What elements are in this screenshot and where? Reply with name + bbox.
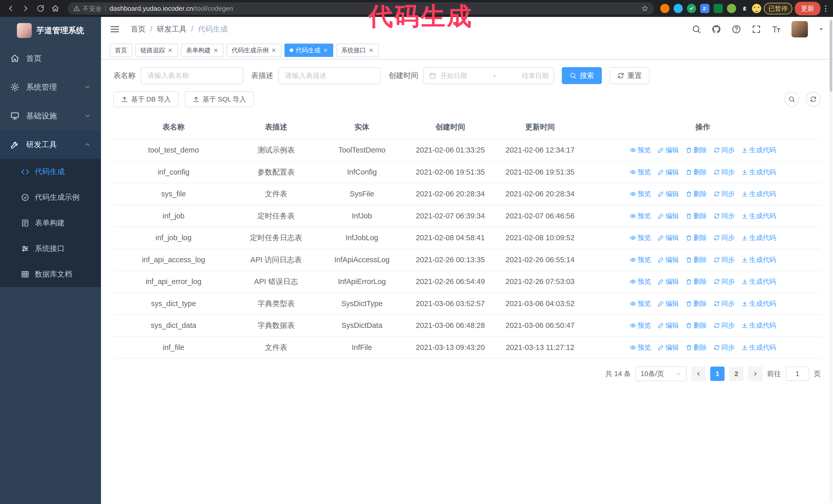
action-edit-link[interactable]: 编辑 — [658, 255, 679, 265]
sidebar-item-home[interactable]: 首页 — [0, 44, 101, 73]
font-size-icon[interactable] — [771, 24, 781, 34]
action-preview-link[interactable]: 预览 — [630, 277, 651, 287]
tab-tracing[interactable]: 链路追踪 — [135, 44, 178, 57]
sidebar-item-infra[interactable]: 基础设施 — [0, 101, 101, 130]
table-desc-input[interactable] — [278, 67, 381, 84]
sidebar-item-devtools[interactable]: 研发工具 — [0, 130, 101, 159]
action-delete-link[interactable]: 删除 — [686, 211, 707, 221]
action-preview-link[interactable]: 预览 — [630, 189, 651, 199]
date-end-placeholder[interactable]: 结束日期 — [522, 71, 548, 80]
action-sync-link[interactable]: 同步 — [714, 277, 735, 287]
hamburger-icon[interactable] — [110, 24, 120, 34]
action-sync-link[interactable]: 同步 — [714, 211, 735, 221]
action-generate-link[interactable]: 生成代码 — [741, 189, 776, 199]
action-sync-link[interactable]: 同步 — [714, 233, 735, 243]
action-generate-link[interactable]: 生成代码 — [741, 277, 776, 287]
action-edit-link[interactable]: 编辑 — [658, 277, 679, 287]
prev-page-button[interactable] — [691, 367, 706, 381]
bookmark-star-icon[interactable] — [641, 5, 648, 12]
reset-button[interactable]: 重置 — [610, 67, 649, 84]
action-generate-link[interactable]: 生成代码 — [741, 255, 776, 265]
import-sql-button[interactable]: 基于 SQL 导入 — [185, 91, 254, 107]
tab-home[interactable]: 首页 — [110, 44, 132, 57]
search-button[interactable]: 搜索 — [562, 67, 602, 84]
sidebar-subitem-db-doc[interactable]: 数据库文档 — [0, 262, 101, 287]
action-delete-link[interactable]: 删除 — [686, 167, 707, 177]
action-generate-link[interactable]: 生成代码 — [741, 145, 776, 155]
avatar-caret-icon[interactable] — [818, 26, 824, 32]
tab-codegen[interactable]: 代码生成 — [285, 44, 333, 57]
app-logo[interactable]: 芋道管理系统 — [0, 17, 101, 44]
goto-page-input[interactable] — [786, 367, 809, 381]
browser-forward-button[interactable] — [20, 2, 32, 15]
page-button-2[interactable]: 2 — [729, 367, 743, 381]
action-edit-link[interactable]: 编辑 — [658, 233, 679, 243]
action-preview-link[interactable]: 预览 — [630, 211, 651, 221]
breadcrumb-item-home[interactable]: 首页 — [131, 24, 152, 34]
action-edit-link[interactable]: 编辑 — [658, 299, 679, 309]
action-sync-link[interactable]: 同步 — [714, 342, 735, 353]
action-generate-link[interactable]: 生成代码 — [741, 211, 776, 221]
action-preview-link[interactable]: 预览 — [630, 233, 651, 243]
next-page-button[interactable] — [748, 367, 763, 381]
extension-icon-6[interactable] — [727, 4, 736, 13]
action-preview-link[interactable]: 预览 — [630, 299, 651, 309]
browser-reload-button[interactable] — [34, 2, 47, 15]
action-preview-link[interactable]: 预览 — [630, 145, 651, 155]
browser-back-button[interactable] — [5, 2, 17, 15]
tab-api[interactable]: 系统接口 — [336, 44, 379, 57]
browser-menu-icon[interactable] — [823, 5, 828, 12]
refresh-table-button[interactable] — [806, 92, 821, 106]
import-db-button[interactable]: 基于 DB 导入 — [113, 91, 178, 107]
tab-codegen-example[interactable]: 代码生成示例 — [227, 44, 281, 57]
sidebar-subitem-api[interactable]: 系统接口 — [0, 236, 101, 262]
profile-chip[interactable]: 已暂停 — [752, 3, 792, 14]
action-sync-link[interactable]: 同步 — [714, 167, 735, 177]
action-sync-link[interactable]: 同步 — [714, 255, 735, 265]
user-avatar[interactable] — [791, 21, 808, 38]
action-generate-link[interactable]: 生成代码 — [741, 167, 776, 177]
browser-home-button[interactable] — [49, 2, 62, 15]
extension-icon-4[interactable] — [700, 4, 710, 13]
action-preview-link[interactable]: 预览 — [630, 167, 651, 177]
action-delete-link[interactable]: 删除 — [686, 145, 707, 155]
tab-form-builder[interactable]: 表单构建 — [181, 44, 223, 57]
action-delete-link[interactable]: 删除 — [686, 342, 707, 353]
github-icon[interactable] — [712, 24, 721, 34]
action-sync-link[interactable]: 同步 — [714, 299, 735, 309]
action-edit-link[interactable]: 编辑 — [658, 145, 679, 155]
sidebar-subitem-codegen-example[interactable]: 代码生成示例 — [0, 185, 101, 210]
update-button[interactable]: 更新 — [795, 2, 820, 16]
action-preview-link[interactable]: 预览 — [630, 342, 651, 353]
table-name-input[interactable] — [141, 67, 243, 84]
action-preview-link[interactable]: 预览 — [630, 320, 651, 331]
security-chip[interactable]: 不安全 — [73, 4, 102, 13]
action-edit-link[interactable]: 编辑 — [658, 189, 679, 199]
page-size-select[interactable]: 10条/页 — [635, 366, 687, 381]
scrollbar-thumb[interactable] — [830, 20, 832, 92]
action-generate-link[interactable]: 生成代码 — [741, 233, 776, 243]
sidebar-item-system[interactable]: 系统管理 — [0, 73, 101, 101]
extension-icon-5[interactable] — [714, 4, 723, 13]
date-start-placeholder[interactable]: 开始日期 — [441, 71, 467, 80]
breadcrumb-item-devtools[interactable]: 研发工具 — [157, 24, 193, 34]
action-delete-link[interactable]: 删除 — [686, 299, 707, 309]
action-preview-link[interactable]: 预览 — [630, 255, 651, 265]
action-delete-link[interactable]: 删除 — [686, 277, 707, 287]
action-delete-link[interactable]: 删除 — [686, 320, 707, 331]
close-icon[interactable] — [168, 48, 173, 53]
date-range-input[interactable]: 开始日期 - 结束日期 — [423, 67, 554, 84]
action-delete-link[interactable]: 删除 — [686, 255, 707, 265]
action-generate-link[interactable]: 生成代码 — [741, 320, 776, 331]
action-generate-link[interactable]: 生成代码 — [741, 299, 776, 309]
fullscreen-icon[interactable] — [752, 24, 761, 34]
action-delete-link[interactable]: 删除 — [686, 189, 707, 199]
sidebar-subitem-codegen[interactable]: 代码生成 — [0, 159, 101, 185]
action-sync-link[interactable]: 同步 — [714, 145, 735, 155]
close-icon[interactable] — [368, 48, 374, 53]
close-icon[interactable] — [323, 48, 328, 53]
action-delete-link[interactable]: 删除 — [686, 233, 707, 243]
toggle-search-button[interactable] — [784, 92, 799, 106]
close-icon[interactable] — [213, 48, 218, 53]
action-edit-link[interactable]: 编辑 — [658, 211, 679, 221]
